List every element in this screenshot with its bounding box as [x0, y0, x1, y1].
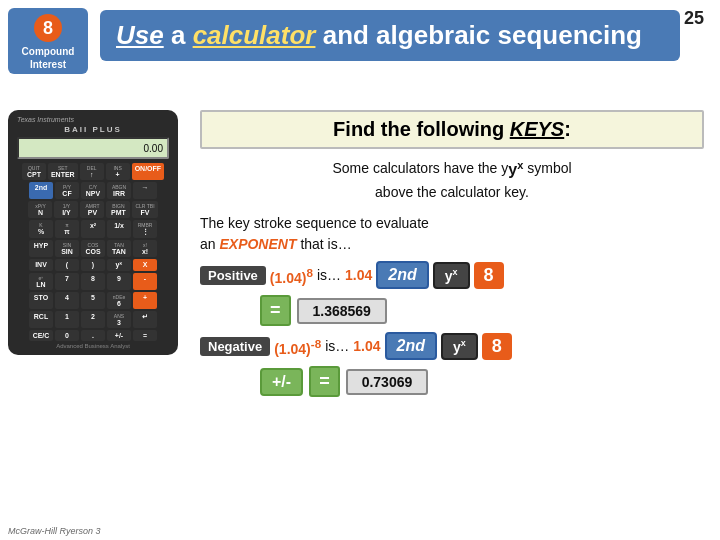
calc-key-k[interactable]: K% — [29, 220, 53, 238]
calc-key-rmr[interactable]: RMBR⋮ — [133, 220, 157, 238]
calc-key-irr[interactable]: ABGNIRR — [107, 182, 131, 199]
yx-symbol: yx — [508, 157, 523, 182]
positive-result: 1.368569 — [297, 298, 387, 324]
calc-key-4[interactable]: 4 — [55, 292, 79, 309]
header-use: Use — [116, 20, 164, 50]
calc-key-2nd[interactable]: 2nd — [29, 182, 53, 199]
negative-equals: = — [309, 366, 340, 397]
calc-key-plus[interactable]: + — [133, 292, 157, 309]
calc-key-x2[interactable]: x² — [81, 220, 105, 238]
calc-key-inv[interactable]: INV — [29, 259, 53, 271]
calc-key-9[interactable]: 9 — [107, 273, 131, 290]
positive-label: Positive — [200, 266, 266, 285]
calc-key-pmt[interactable]: BIGNPMT — [106, 201, 130, 218]
calc-key-hyp[interactable]: HYP — [29, 240, 53, 257]
negative-2nd-btn[interactable]: 2nd — [385, 332, 437, 360]
calc-key-minus[interactable]: - — [133, 273, 157, 290]
calc-key-right[interactable]: → — [133, 182, 157, 199]
footnote: McGraw-Hill Ryerson 3 — [8, 526, 101, 536]
badge-title: Compound — [16, 46, 80, 57]
calc-key-cos[interactable]: COSCOS — [81, 240, 105, 257]
header-a: a — [164, 20, 193, 50]
negative-result: 0.73069 — [346, 369, 429, 395]
plusminus-btn[interactable]: +/- — [260, 368, 303, 396]
header-title: Use a calculator and algebraic sequencin… — [100, 10, 680, 61]
find-heading: Find the following KEYS: — [200, 110, 704, 149]
calc-description: Some calculators have the y yx symbol ab… — [200, 157, 704, 203]
calc-key-npv[interactable]: C/YNPV — [81, 182, 105, 199]
calc-key-cec[interactable]: CE/C — [29, 330, 53, 341]
calc-key-1x[interactable]: 1/x — [107, 220, 131, 238]
negative-value: 1.04 — [353, 338, 380, 354]
calc-key-open[interactable]: ( — [55, 259, 79, 271]
calc-key-sin[interactable]: SINSIN — [55, 240, 79, 257]
exponent-word: EXPONENT — [219, 236, 296, 252]
negative-text: is… — [325, 338, 349, 354]
negative-result-row: +/- = 0.73069 — [260, 366, 704, 397]
calc-key-n[interactable]: xP/YN — [28, 201, 52, 218]
calc-key-decimal[interactable]: . — [81, 330, 105, 341]
calc-key-onoff[interactable]: ON/OFF — [132, 163, 164, 180]
calc-key-ins[interactable]: INS+ — [106, 163, 130, 180]
calc-key-8[interactable]: 8 — [81, 273, 105, 290]
calc-key-0[interactable]: 0 — [55, 330, 79, 341]
calc-key-sto[interactable]: STO — [29, 292, 53, 309]
positive-value: 1.04 — [345, 267, 372, 283]
positive-equals: = — [260, 295, 291, 326]
calc-key-return[interactable]: ↵ — [133, 311, 157, 328]
calc-key-5[interactable]: 5 — [81, 292, 105, 309]
calc-key-tan[interactable]: TANTAN — [107, 240, 131, 257]
badge-number: 8 — [34, 14, 62, 42]
main-content: Find the following KEYS: Some calculator… — [200, 110, 704, 520]
page-number: 25 — [684, 8, 704, 29]
calc-key-6[interactable]: nDEe6 — [107, 292, 131, 309]
keystroke-title: The key stroke sequence to evaluate an E… — [200, 213, 704, 255]
calc-model: BAII PLUS — [13, 125, 173, 134]
calc-key-del[interactable]: DEL↑ — [80, 163, 104, 180]
compound-badge: 8 Compound Interest — [8, 8, 88, 74]
negative-expr: (1.04)-8 — [274, 337, 321, 357]
negative-row: Negative (1.04)-8 is… 1.04 2nd yx 8 — [200, 332, 704, 360]
positive-result-row: = 1.368569 — [260, 295, 704, 326]
calc-key-x[interactable]: X — [133, 259, 157, 271]
badge-subtitle: Interest — [16, 59, 80, 70]
find-text: Find the following KEYS: — [333, 118, 571, 140]
calc-key-pi[interactable]: ππ — [55, 220, 79, 238]
negative-yx-btn[interactable]: yx — [441, 333, 478, 360]
calc-key-equals-calc[interactable]: = — [133, 330, 157, 341]
calculator-image: Texas Instruments BAII PLUS 0.00 QUITCPT… — [8, 110, 193, 520]
calc-key-3[interactable]: ANS3 — [107, 311, 131, 328]
positive-2nd-btn[interactable]: 2nd — [376, 261, 428, 289]
calc-key-7[interactable]: 7 — [55, 273, 79, 290]
calc-key-ln[interactable]: eˣLN — [29, 273, 53, 290]
calc-key-1[interactable]: 1 — [55, 311, 79, 328]
calc-key-close[interactable]: ) — [81, 259, 105, 271]
positive-row: Positive (1.04)8 is… 1.04 2nd yx 8 — [200, 261, 704, 289]
calc-key-iy[interactable]: 1/YI/Y — [54, 201, 78, 218]
negative-num-btn[interactable]: 8 — [482, 333, 512, 360]
calc-key-2[interactable]: 2 — [81, 311, 105, 328]
positive-expr: (1.04)8 — [270, 266, 313, 286]
positive-yx-btn[interactable]: yx — [433, 262, 470, 289]
calc-key-cf[interactable]: P/YCF — [55, 182, 79, 199]
calc-key-yx[interactable]: yˣ — [107, 259, 131, 271]
header-calculator: calculator — [193, 20, 316, 50]
calc-display: 0.00 — [17, 137, 169, 159]
calc-footer: Advanced Business Analyst — [13, 343, 173, 349]
calc-key-set[interactable]: SETENTER — [48, 163, 78, 180]
negative-label: Negative — [200, 337, 270, 356]
calc-key-rcl[interactable]: RCL — [29, 311, 53, 328]
header-rest: and algebraic sequencing — [315, 20, 642, 50]
calc-key-quit[interactable]: QUITCPT — [22, 163, 46, 180]
calc-key-xi[interactable]: x!x! — [133, 240, 157, 257]
calc-key-pv[interactable]: AMRTPV — [80, 201, 104, 218]
positive-num-btn[interactable]: 8 — [474, 262, 504, 289]
calc-key-fv[interactable]: CLR TBIFV — [132, 201, 157, 218]
calc-brand: Texas Instruments — [13, 116, 173, 123]
positive-text: is… — [317, 267, 341, 283]
calc-key-plusminus[interactable]: +/- — [107, 330, 131, 341]
